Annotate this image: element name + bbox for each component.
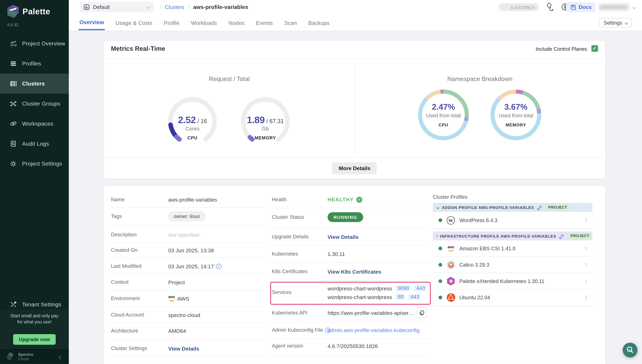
tab-nodes[interactable]: Nodes bbox=[228, 15, 245, 30]
include-control-planes-checkbox[interactable] bbox=[591, 45, 598, 52]
search-smile-icon bbox=[626, 346, 635, 354]
palette-logo: Palette bbox=[7, 5, 50, 18]
project-selector[interactable]: Default bbox=[80, 2, 153, 12]
collapse-sidebar-button[interactable] bbox=[59, 353, 62, 360]
memory-gauge-unit: Gb bbox=[240, 126, 291, 132]
tab-backups[interactable]: Backups bbox=[308, 15, 330, 30]
breadcrumb: Clusters aws-profile-variables bbox=[160, 0, 248, 14]
tab-profile[interactable]: Profile bbox=[163, 15, 180, 30]
copy-icon[interactable] bbox=[417, 308, 427, 318]
upgrade-now-button[interactable]: Upgrade now bbox=[13, 334, 56, 345]
status-dot bbox=[439, 218, 442, 222]
support-button[interactable] bbox=[623, 343, 637, 358]
detail-row-cluster-settings: Cluster Settings View Details bbox=[111, 344, 265, 353]
network-icon bbox=[10, 100, 17, 107]
audit-icon bbox=[10, 140, 17, 147]
orbit-icon bbox=[10, 120, 17, 127]
detail-row-agent-version: Agent version 4.6.7/20250530.1826 bbox=[272, 342, 431, 350]
infrastructure-profile-header[interactable]: INFRASTRUCTURE PROFILE AWS-PROFILE-VARIA… bbox=[433, 232, 592, 240]
sidebar-item-label: Workspaces bbox=[22, 120, 53, 127]
memory-donut-percent: 3.67% bbox=[490, 102, 542, 112]
app-root: Palette 4.6.32 Project Overview Profiles bbox=[0, 0, 642, 364]
divider bbox=[111, 274, 265, 274]
chevron-down-icon bbox=[624, 21, 628, 24]
addon-profile-header[interactable]: ADDON PROFILE AWS-PROFILE-VARIABLES PROJ… bbox=[433, 203, 592, 212]
chart-icon bbox=[84, 4, 90, 10]
more-details-button[interactable]: More Details bbox=[332, 162, 377, 174]
chat-icon[interactable] bbox=[546, 2, 555, 12]
pxk-icon bbox=[447, 277, 455, 286]
cpu-gauge-unit: Cores bbox=[167, 126, 218, 132]
check-circle-icon bbox=[356, 196, 362, 203]
sidebar-item-profiles[interactable]: Profiles bbox=[0, 54, 69, 74]
service-port-link[interactable]: :80 bbox=[395, 294, 405, 300]
chevron-left-icon bbox=[59, 355, 63, 359]
detail-row-last-modified: Last Modified 03 Jun 2025, 14:17 bbox=[111, 262, 265, 271]
detail-row-description: Description Not specified. bbox=[111, 230, 265, 239]
chevron-down-icon[interactable] bbox=[632, 5, 636, 9]
profile-name: Ubuntu 22.04 bbox=[460, 294, 490, 300]
sidebar-item-workspaces[interactable]: Workspaces bbox=[0, 114, 69, 134]
sidebar-item-project-overview[interactable]: Project Overview bbox=[0, 34, 69, 54]
settings-button[interactable]: Settings bbox=[599, 18, 632, 28]
row-label: Services bbox=[272, 290, 328, 296]
view-details-link[interactable]: View Details bbox=[328, 234, 358, 240]
profile-row-wordpress[interactable]: WordPress 6.4.3 bbox=[433, 212, 592, 229]
cluster-details-card: Name aws-profile-variables Tags owner: l… bbox=[104, 186, 605, 364]
spectro-cloud-brand: Spectro Cloud bbox=[18, 352, 33, 361]
tab-usage-costs[interactable]: Usage & Costs bbox=[115, 15, 153, 30]
divider bbox=[272, 246, 431, 246]
kubeconfig-link[interactable]: admin.aws-profile-variables.kubeconfig bbox=[328, 327, 420, 333]
docs-button[interactable]: Docs bbox=[567, 2, 595, 12]
sidebar-nav: Project Overview Profiles Clusters Clust… bbox=[0, 34, 69, 174]
tab-overview[interactable]: Overview bbox=[79, 15, 105, 30]
detail-row-admin-kubeconfig: Admin Kubeconfig File admin.aws-profile-… bbox=[272, 326, 431, 334]
detail-row-context: Context Project bbox=[111, 278, 265, 287]
tab-workloads[interactable]: Workloads bbox=[190, 15, 218, 30]
docs-label: Docs bbox=[579, 4, 592, 10]
view-k8s-certificates-link[interactable]: View K8s Certificates bbox=[328, 268, 381, 274]
service-name: wordpress-chart-wordpress bbox=[328, 294, 392, 300]
row-value: spectro-cloud bbox=[168, 312, 200, 318]
book-icon bbox=[570, 4, 576, 10]
services-list: wordpress-chart-wordpress :9090 :443 wor… bbox=[328, 284, 426, 300]
view-details-link[interactable]: View Details bbox=[168, 345, 199, 352]
service-port-link[interactable]: :443 bbox=[408, 294, 420, 300]
tab-scan[interactable]: Scan bbox=[283, 15, 298, 30]
breadcrumb-separator bbox=[160, 4, 161, 10]
user-menu[interactable] bbox=[599, 4, 628, 10]
row-value: 03 Jun 2025, 13:39 bbox=[168, 247, 214, 253]
row-value: AMD64 bbox=[168, 328, 186, 334]
memory-gauge-label: MEMORY bbox=[240, 135, 291, 140]
cpu-gauge-value: 2.52 / 16 bbox=[167, 114, 218, 126]
detail-row-environment: Environment AWS bbox=[111, 294, 265, 303]
row-label: Description bbox=[111, 232, 168, 238]
status-dot bbox=[439, 279, 442, 283]
detail-row-tags: Tags owner: linus bbox=[111, 212, 265, 221]
sidebar-item-cluster-groups[interactable]: Cluster Groups bbox=[0, 94, 69, 114]
divider bbox=[111, 207, 265, 208]
profile-row-ebs[interactable]: Amazon EBS CSI 1.41.0 bbox=[433, 240, 592, 257]
row-label: Last Modified bbox=[111, 263, 168, 269]
credits-pill: 0.42/100kCh bbox=[499, 3, 539, 11]
service-port-link[interactable]: :443 bbox=[414, 285, 426, 292]
row-label: Context bbox=[111, 279, 168, 285]
profile-row-pxk[interactable]: Palette eXtended Kubernetes 1.30.11 bbox=[433, 273, 592, 290]
info-icon[interactable] bbox=[216, 264, 222, 269]
profile-row-ubuntu[interactable]: Ubuntu 22.04 bbox=[433, 290, 592, 306]
profile-name: Palette eXtended Kubernetes 1.30.11 bbox=[460, 278, 544, 284]
screen: Palette 4.6.32 Project Overview Profiles bbox=[0, 0, 642, 364]
breadcrumb-clusters-link[interactable]: Clusters bbox=[165, 4, 184, 10]
profile-row-calico[interactable]: Calico 3.29.3 bbox=[433, 257, 592, 273]
row-label: Environment bbox=[111, 296, 168, 302]
divider bbox=[355, 59, 355, 158]
sidebar-item-audit-logs[interactable]: Audit Logs bbox=[0, 134, 69, 154]
profile-header-label: ADDON PROFILE AWS-PROFILE-VARIABLES bbox=[442, 205, 534, 210]
sidebar-item-project-settings[interactable]: Project Settings bbox=[0, 154, 69, 174]
service-port-link[interactable]: :9090 bbox=[395, 285, 410, 292]
row-value: 4.6.7/20250530.1826 bbox=[328, 343, 378, 349]
sidebar-item-label: Project Settings bbox=[22, 161, 62, 167]
tab-events[interactable]: Events bbox=[255, 15, 274, 30]
sidebar-item-clusters[interactable]: Clusters bbox=[0, 74, 69, 94]
divider bbox=[111, 306, 265, 307]
